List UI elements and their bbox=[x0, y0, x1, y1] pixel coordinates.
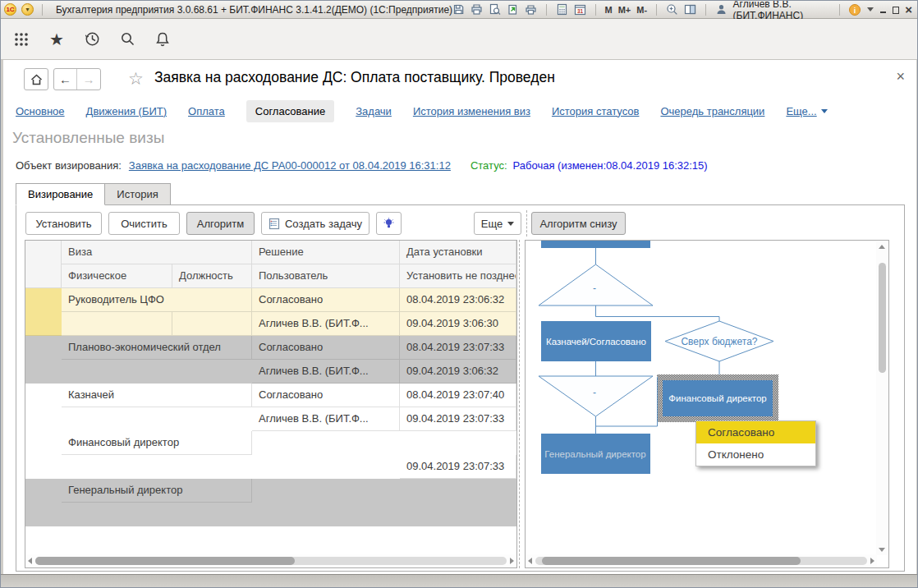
scroll-track[interactable] bbox=[35, 557, 507, 565]
object-link[interactable]: Заявка на расходование ДС РА00-000012 от… bbox=[129, 159, 451, 172]
flow-node-top[interactable] bbox=[541, 241, 650, 248]
tab-oplata[interactable]: Оплата bbox=[188, 105, 225, 117]
zoom-icon[interactable] bbox=[666, 3, 678, 16]
current-user[interactable]: Агличев В.В. (БИТ.ФИНАНС) bbox=[733, 0, 830, 21]
apps-grid-icon[interactable] bbox=[12, 30, 30, 48]
print-icon[interactable] bbox=[470, 3, 483, 16]
col-header-person[interactable]: Физическое bbox=[62, 264, 172, 288]
tab-osnovnoe[interactable]: Основное bbox=[16, 105, 65, 117]
scroll-track[interactable] bbox=[535, 557, 867, 565]
clear-visa-button[interactable]: Очистить bbox=[108, 212, 180, 235]
tab-dvizheniya-bit[interactable]: Движения (БИТ) bbox=[86, 105, 167, 117]
chevron-down-icon[interactable] bbox=[867, 7, 874, 11]
cell-visa[interactable]: Руководитель ЦФО bbox=[62, 288, 252, 312]
print-preview-icon[interactable] bbox=[489, 3, 501, 16]
create-task-button[interactable]: Создать задачу bbox=[261, 212, 369, 235]
user-icon bbox=[715, 3, 728, 16]
cell-person[interactable] bbox=[62, 312, 172, 336]
favorites-star-icon[interactable]: ★ bbox=[48, 30, 66, 48]
approval-flowchart[interactable]: - Казначей/Согласовано Сверх бюджета? - … bbox=[526, 241, 874, 556]
col-header-decision[interactable]: Решение bbox=[252, 241, 400, 264]
menu-item-approve[interactable]: Согласовано bbox=[696, 421, 815, 443]
split-view-icon[interactable] bbox=[684, 3, 696, 16]
tab-ochered-translyacii[interactable]: Очередь трансляции bbox=[660, 105, 764, 117]
close-window-button[interactable]: × bbox=[905, 5, 912, 15]
scroll-right-icon[interactable] bbox=[870, 558, 874, 564]
cell-visa[interactable]: Финансовый директор bbox=[62, 431, 252, 455]
main-menu-button[interactable]: ▼ bbox=[21, 3, 34, 16]
home-button[interactable] bbox=[24, 68, 48, 90]
scroll-thumb[interactable] bbox=[542, 557, 801, 565]
pane-splitter[interactable] bbox=[519, 240, 520, 568]
cell-user[interactable]: Агличев В.В. (БИТ.Ф... bbox=[252, 360, 400, 384]
cell-deadline[interactable]: 09.04.2019 23:07:33 bbox=[400, 407, 516, 431]
info-icon[interactable]: i bbox=[848, 3, 861, 16]
tab-istoriya-statusov[interactable]: История статусов bbox=[552, 105, 640, 117]
cell-date[interactable]: 08.04.2019 23:07:33 bbox=[400, 336, 516, 360]
svg-text:i: i bbox=[854, 6, 856, 14]
cell-user[interactable]: Агличев В.В. (БИТ.Ф... bbox=[252, 407, 400, 431]
cell-visa[interactable]: Планово-экономический отдел bbox=[62, 336, 252, 360]
forward-button[interactable]: → bbox=[77, 69, 100, 90]
cell-decision[interactable]: Согласовано bbox=[252, 336, 400, 360]
cell-decision[interactable]: Согласовано bbox=[252, 288, 400, 312]
tab-soglasovanie-active[interactable]: Согласование bbox=[246, 100, 334, 122]
more-button[interactable]: Еще bbox=[474, 212, 521, 235]
flowchart-horizontal-scrollbar[interactable] bbox=[526, 554, 877, 567]
col-header-position[interactable]: Должность bbox=[172, 264, 252, 288]
scroll-thumb[interactable] bbox=[35, 557, 295, 565]
minimize-button[interactable] bbox=[879, 5, 887, 15]
cell-deadline[interactable]: 09.04.2019 23:07:33 bbox=[400, 455, 516, 479]
maximize-button[interactable] bbox=[893, 7, 899, 14]
tab-zadachi[interactable]: Задачи bbox=[356, 105, 392, 117]
col-header-deadline[interactable]: Установить не позднее bbox=[400, 264, 516, 288]
history-icon[interactable] bbox=[83, 30, 101, 48]
algorithm-button[interactable]: Алгоритм bbox=[186, 212, 255, 235]
tab-istoriya[interactable]: История bbox=[105, 183, 170, 205]
memory-button[interactable]: M bbox=[605, 5, 613, 15]
flowchart-vertical-scrollbar[interactable] bbox=[876, 241, 888, 555]
scroll-left-icon[interactable] bbox=[28, 558, 32, 564]
object-row: Объект визирования: Заявка на расходован… bbox=[16, 159, 708, 172]
calculator-icon[interactable] bbox=[556, 3, 568, 16]
cell-date[interactable]: 08.04.2019 23:07:40 bbox=[400, 384, 516, 407]
cell-visa[interactable]: Генеральный директор bbox=[62, 479, 252, 503]
cell-position[interactable] bbox=[172, 312, 252, 336]
tab-more[interactable]: Еще... bbox=[786, 105, 827, 117]
1c-logo-icon: 1С bbox=[4, 3, 16, 16]
cell-user[interactable]: Агличев В.В. (БИТ.Ф... bbox=[252, 312, 400, 336]
memory-minus-button[interactable]: M- bbox=[636, 5, 647, 15]
search-icon[interactable] bbox=[118, 30, 136, 48]
export-icon[interactable] bbox=[507, 3, 519, 16]
scroll-left-icon[interactable] bbox=[528, 558, 532, 564]
hint-lamp-button[interactable] bbox=[376, 212, 402, 235]
col-header-user[interactable]: Пользователь bbox=[252, 264, 400, 288]
close-form-button[interactable]: × bbox=[896, 68, 905, 85]
print-settings-icon[interactable] bbox=[525, 3, 537, 16]
scroll-up-icon[interactable] bbox=[879, 245, 885, 249]
notifications-bell-icon[interactable] bbox=[154, 30, 172, 48]
cell-deadline[interactable]: 09.04.2019 3:06:30 bbox=[400, 312, 516, 336]
save-icon[interactable] bbox=[452, 3, 465, 16]
favorite-star-icon[interactable]: ☆ bbox=[128, 69, 144, 89]
scroll-thumb[interactable] bbox=[879, 263, 886, 373]
menu-item-decline[interactable]: Отклонено bbox=[696, 443, 815, 466]
algorithm-bottom-button[interactable]: Алгоритм снизу bbox=[531, 212, 626, 235]
cell-decision[interactable]: Согласовано bbox=[252, 384, 400, 407]
cell-date[interactable]: 08.04.2019 23:06:32 bbox=[400, 288, 516, 312]
tab-istoriya-izmeneniya-viz[interactable]: История изменения виз bbox=[413, 105, 530, 117]
visa-context-menu: Согласовано Отклонено bbox=[695, 420, 816, 466]
scroll-down-icon[interactable] bbox=[879, 548, 885, 552]
col-header-visa[interactable]: Виза bbox=[62, 241, 252, 264]
scroll-right-icon[interactable] bbox=[510, 558, 514, 564]
cell-visa[interactable]: Казначей bbox=[62, 384, 252, 407]
col-header-date-set[interactable]: Дата установки bbox=[400, 241, 516, 264]
set-visa-button[interactable]: Установить bbox=[25, 212, 102, 235]
calendar-icon[interactable]: 31 bbox=[574, 3, 586, 16]
table-horizontal-scrollbar[interactable] bbox=[25, 554, 516, 567]
cell-deadline[interactable]: 09.04.2019 3:06:32 bbox=[400, 360, 516, 384]
tab-vizirovanie[interactable]: Визирование bbox=[16, 183, 105, 205]
memory-plus-button[interactable]: M+ bbox=[618, 5, 631, 15]
back-button[interactable]: ← bbox=[54, 69, 77, 90]
svg-text:Казначей/Согласовано: Казначей/Согласовано bbox=[546, 337, 646, 347]
